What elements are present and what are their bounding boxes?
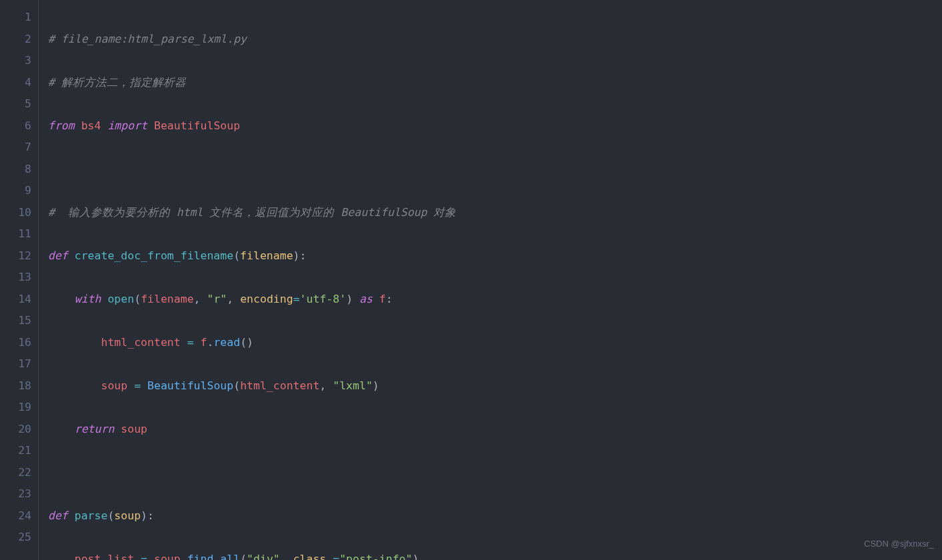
line-number: 19	[0, 397, 31, 419]
function-name: create_doc_from_filename	[75, 249, 233, 262]
builtin-open: open	[107, 293, 134, 305]
line-number: 21	[0, 440, 31, 462]
comment: # file_name:html_parse_lxml.py	[48, 33, 247, 45]
line-number: 8	[0, 159, 31, 181]
line-number: 11	[0, 223, 31, 245]
line-number: 24	[0, 505, 31, 527]
watermark: CSDN @sjfxnxsr_	[864, 533, 934, 555]
code-line[interactable]	[48, 159, 942, 181]
comment: # 解析方法二，指定解析器	[48, 76, 186, 89]
line-number: 20	[0, 419, 31, 441]
code-line[interactable]: def parse(soup):	[48, 505, 942, 527]
imported-name: BeautifulSoup	[154, 119, 240, 132]
line-number: 10	[0, 202, 31, 224]
line-gutter: 1 2 3 4 5 6 7 8 9 10 11 12 13 14 15 16 1…	[0, 0, 39, 560]
code-line[interactable]: post_list = soup.find_all("div", class_=…	[48, 549, 942, 561]
code-line[interactable]: # 输入参数为要分析的 html 文件名，返回值为对应的 BeautifulSo…	[48, 202, 942, 224]
param: filename	[240, 249, 293, 262]
line-number: 3	[0, 50, 31, 72]
line-number: 4	[0, 72, 31, 94]
code-line[interactable]: with open(filename, "r", encoding='utf-8…	[48, 289, 942, 311]
keyword-from: from	[48, 119, 75, 132]
code-editor: 1 2 3 4 5 6 7 8 9 10 11 12 13 14 15 16 1…	[0, 0, 942, 560]
code-line[interactable]: # file_name:html_parse_lxml.py	[48, 29, 942, 51]
code-line[interactable]: html_content = f.read()	[48, 332, 942, 354]
line-number: 6	[0, 115, 31, 137]
line-number: 25	[0, 527, 31, 549]
line-number: 2	[0, 29, 31, 51]
line-number: 22	[0, 462, 31, 484]
module: bs4	[81, 119, 101, 132]
keyword-import: import	[107, 119, 147, 132]
line-number: 1	[0, 7, 31, 29]
keyword-def: def	[48, 249, 68, 262]
line-number: 23	[0, 483, 31, 505]
line-number: 7	[0, 137, 31, 159]
comment: # 输入参数为要分析的 html 文件名，返回值为对应的 BeautifulSo…	[48, 206, 456, 219]
line-number: 12	[0, 245, 31, 267]
line-number: 16	[0, 332, 31, 354]
line-number: 5	[0, 93, 31, 115]
code-line[interactable]: from bs4 import BeautifulSoup	[48, 115, 942, 137]
line-number: 14	[0, 289, 31, 311]
keyword-with: with	[75, 293, 101, 305]
line-number: 13	[0, 267, 31, 289]
code-area[interactable]: # file_name:html_parse_lxml.py # 解析方法二，指…	[39, 0, 942, 560]
code-line[interactable]: # 解析方法二，指定解析器	[48, 72, 942, 94]
code-line[interactable]: soup = BeautifulSoup(html_content, "lxml…	[48, 375, 942, 397]
code-line[interactable]: def create_doc_from_filename(filename):	[48, 245, 942, 267]
code-line[interactable]: return soup	[48, 419, 942, 441]
line-number: 9	[0, 180, 31, 202]
line-number: 18	[0, 375, 31, 397]
code-line[interactable]	[48, 462, 942, 484]
line-number: 17	[0, 353, 31, 375]
line-number: 15	[0, 310, 31, 332]
